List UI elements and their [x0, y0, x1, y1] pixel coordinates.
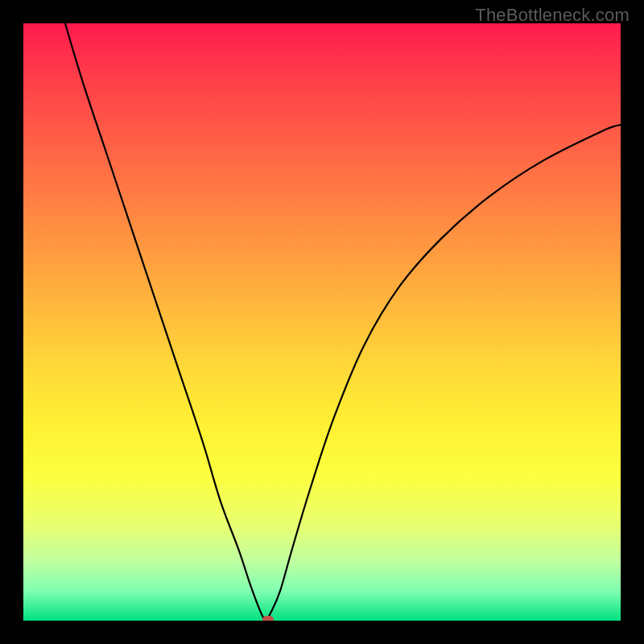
bottleneck-curve: [65, 23, 621, 620]
optimum-marker: [262, 616, 274, 621]
plot-area: [23, 23, 621, 621]
curve-svg: [23, 23, 621, 621]
watermark-text: TheBottleneck.com: [475, 5, 630, 26]
